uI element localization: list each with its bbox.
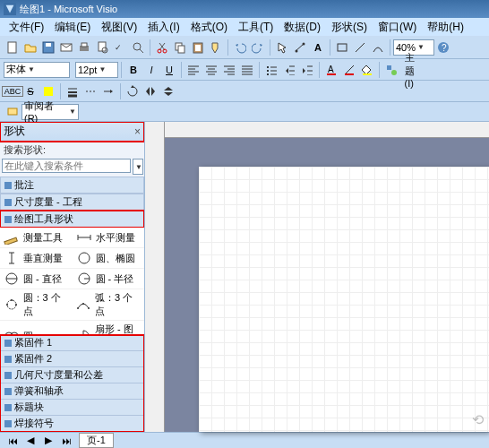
shape-item[interactable]: 垂直测量 [0, 248, 73, 269]
shape-item[interactable]: 水平测量 [73, 228, 145, 248]
rotate-button[interactable] [124, 83, 141, 99]
shape-item[interactable]: 圆 [0, 321, 73, 335]
font-color-button[interactable]: A [323, 62, 339, 78]
italic-button[interactable]: I [143, 62, 159, 78]
menu-item[interactable]: 编辑(E) [49, 20, 96, 35]
titlebar: 绘图1 - Microsoft Visio [0, 0, 489, 18]
increase-indent-button[interactable] [299, 62, 315, 78]
svg-point-82 [77, 307, 79, 309]
highlight-button[interactable] [40, 83, 56, 99]
line-ends-button[interactable] [100, 83, 116, 99]
menu-item[interactable]: 插入(I) [142, 20, 184, 35]
undo-button[interactable] [232, 39, 248, 56]
tab-nav-prev[interactable]: ◀ [22, 433, 39, 449]
shape-item[interactable]: 扇形 - 图形 [73, 321, 145, 335]
menu-item[interactable]: 数据(D) [279, 20, 326, 35]
strike-button[interactable]: S [22, 83, 39, 99]
pointer-tool[interactable] [274, 39, 290, 56]
align-justify-button[interactable] [239, 62, 255, 78]
help-button[interactable]: ? [435, 39, 451, 56]
research-button[interactable] [130, 39, 146, 56]
menu-item[interactable]: 格式(O) [185, 20, 233, 35]
shape-item[interactable]: 圆 - 半径 [73, 269, 145, 289]
shape-icon [3, 297, 21, 313]
tab-nav-first[interactable]: ⏮ [4, 433, 21, 449]
shape-item[interactable]: 弧：3 个点 [73, 289, 145, 321]
toolbar-format: 宋体▼ 12pt▼ B I U A 主题(I) [0, 59, 489, 81]
print-button[interactable] [76, 39, 92, 56]
category-item[interactable]: 弹簧和轴承 [0, 383, 144, 400]
spellcheck-button[interactable]: ✓ [112, 39, 128, 56]
text-annot-button[interactable]: ABC [4, 83, 21, 99]
line-pattern-button[interactable] [82, 83, 99, 99]
bold-button[interactable]: B [125, 62, 142, 78]
format-painter-button[interactable] [208, 39, 224, 56]
svg-rect-15 [178, 46, 184, 53]
menu-item[interactable]: 视图(V) [96, 20, 142, 35]
shape-search-input[interactable] [2, 159, 131, 173]
reviewer-combo[interactable]: 审阅者(R)▼ [21, 104, 79, 120]
menu-item[interactable]: 文件(F) [4, 20, 49, 35]
align-center-button[interactable] [203, 62, 219, 78]
print-preview-button[interactable] [94, 39, 110, 56]
bullets-button[interactable] [263, 62, 279, 78]
shape-item[interactable]: 圆 - 直径 [0, 269, 73, 289]
category-item[interactable]: 标题块 [0, 399, 144, 416]
cut-button[interactable] [154, 39, 170, 56]
mail-button[interactable] [58, 39, 74, 56]
align-left-button[interactable] [185, 62, 202, 78]
shape-item[interactable]: 测量工具 [0, 228, 73, 248]
decrease-indent-button[interactable] [281, 62, 297, 78]
menu-item[interactable]: 工具(T) [233, 20, 279, 35]
category-item[interactable]: 紧固件 1 [0, 334, 144, 351]
category-item-active[interactable]: 绘图工具形状 [0, 211, 144, 228]
ruler-horizontal [165, 122, 489, 138]
category-item[interactable]: 尺寸度量 - 工程 [0, 194, 144, 211]
shape-item[interactable]: 圆、椭圆 [73, 248, 145, 269]
svg-rect-56 [363, 73, 372, 75]
menu-item[interactable]: 形状(S) [326, 20, 373, 35]
copy-button[interactable] [172, 39, 188, 56]
rectangle-tool[interactable] [334, 39, 350, 56]
shapes-panel-button[interactable] [383, 62, 399, 78]
connector-tool[interactable] [292, 39, 308, 56]
flip-v-button[interactable] [160, 83, 176, 99]
shape-icon [75, 229, 93, 246]
open-button[interactable] [22, 39, 39, 56]
save-button[interactable] [40, 39, 56, 56]
flip-h-button[interactable] [142, 83, 159, 99]
comment-button[interactable] [4, 104, 21, 120]
tab-nav-last[interactable]: ⏭ [58, 433, 74, 449]
redo-button[interactable] [250, 39, 266, 56]
theme-button[interactable]: 主题(I) [401, 62, 417, 78]
underline-button[interactable]: U [161, 62, 177, 78]
line-weight-button[interactable] [64, 83, 81, 99]
shape-item[interactable]: 圆：3 个点 [0, 289, 73, 321]
new-button[interactable] [4, 39, 21, 56]
arc-tool[interactable] [370, 39, 386, 56]
align-right-button[interactable] [221, 62, 237, 78]
category-item[interactable]: 批注 [0, 177, 144, 194]
category-item[interactable]: 几何尺寸度量和公差 [0, 366, 144, 383]
svg-point-84 [88, 307, 90, 309]
page-tab[interactable]: 页-1 [79, 433, 114, 448]
font-name-combo[interactable]: 宋体▼ [4, 62, 70, 78]
font-size-combo[interactable]: 12pt▼ [75, 62, 118, 78]
svg-rect-6 [82, 43, 87, 47]
line-color-button[interactable] [341, 62, 357, 78]
text-tool[interactable]: A [310, 39, 326, 56]
menu-item[interactable]: 帮助(H) [422, 20, 469, 35]
drawing-canvas[interactable] [199, 167, 489, 432]
fill-color-button[interactable] [359, 62, 375, 78]
shape-icon [3, 229, 21, 246]
panel-title: 形状 [4, 124, 25, 139]
close-panel-icon[interactable]: × [134, 125, 141, 138]
search-dropdown[interactable]: ▼ [133, 159, 143, 175]
line-tool[interactable] [352, 39, 368, 56]
paste-button[interactable] [190, 39, 206, 56]
svg-rect-55 [345, 73, 354, 75]
category-item[interactable]: 紧固件 2 [0, 350, 144, 367]
category-item[interactable]: 焊接符号 [0, 415, 144, 432]
menu-item[interactable]: 窗口(W) [373, 20, 422, 35]
tab-nav-next[interactable]: ▶ [40, 433, 56, 449]
